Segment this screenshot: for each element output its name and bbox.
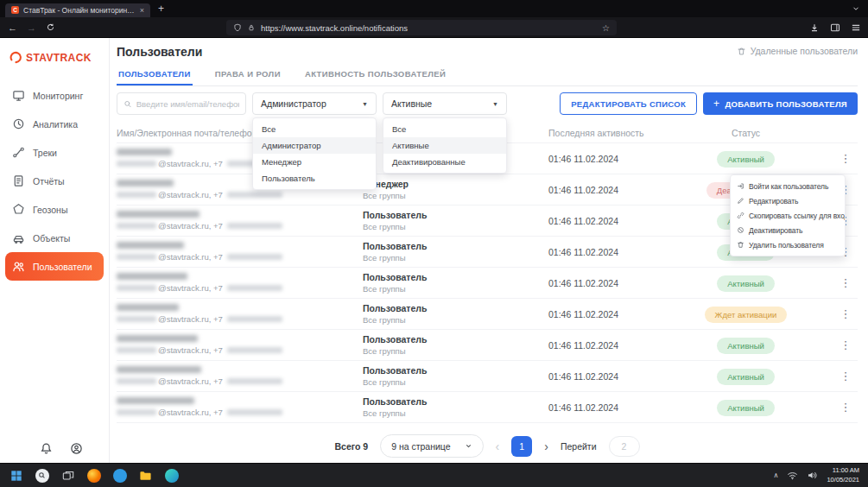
last-activity: 01:46 11.02.2024	[531, 278, 658, 288]
redacted-email-user	[117, 409, 156, 415]
page-title: Пользователи	[117, 45, 202, 59]
tab-close-icon[interactable]: ×	[140, 6, 144, 15]
sidebar-item-reports[interactable]: Отчёты	[0, 167, 109, 195]
tab-list-chevron-icon[interactable]	[852, 4, 860, 13]
tray-chevron-icon[interactable]: ∧	[774, 471, 779, 479]
sidebar-item-geozones[interactable]: Геозоны	[0, 195, 109, 224]
menu-item-edit[interactable]: Редактировать	[731, 193, 845, 208]
tab-rights-roles[interactable]: ПРАВА И РОЛИ	[213, 62, 282, 85]
menu-hamburger-icon[interactable]	[851, 22, 861, 33]
status-badge: Активный	[717, 151, 775, 168]
search-input[interactable]	[136, 99, 239, 109]
status-select[interactable]: Активные ▼ Все Активные Деактивированные	[383, 92, 507, 115]
per-page-select[interactable]: 9 на странице	[380, 434, 483, 458]
chevron-down-icon: ▼	[492, 101, 498, 107]
redacted-phone	[227, 192, 282, 198]
status-option-all[interactable]: Все	[383, 121, 506, 137]
url-bar[interactable]: https://www.stavtrack.online/notificatio…	[226, 20, 617, 35]
current-page-button[interactable]: 1	[511, 436, 532, 457]
redacted-name	[117, 273, 187, 280]
chevron-down-icon: ▼	[362, 101, 368, 107]
next-page-button[interactable]: ›	[544, 440, 548, 453]
reload-button[interactable]	[46, 22, 55, 32]
role-option-manager[interactable]: Менеджер	[253, 154, 376, 170]
file-explorer-icon[interactable]	[136, 465, 155, 485]
task-view-button[interactable]	[58, 465, 78, 485]
table-row[interactable]: @stavtrack.ru, +7 ПользовательВсе группы…	[117, 391, 858, 422]
table-row[interactable]: @stavtrack.ru, +7 ПользовательВсе группы…	[117, 298, 858, 329]
url-text: https://www.stavtrack.online/notificatio…	[261, 23, 597, 33]
redacted-name	[117, 149, 172, 155]
forward-button[interactable]: →	[27, 22, 36, 33]
tab-users[interactable]: ПОЛЬЗОВАТЕЛИ	[117, 62, 193, 85]
volume-icon[interactable]	[807, 470, 818, 481]
status-option-deactivated[interactable]: Деактивированные	[383, 154, 506, 170]
last-activity: 01:46 11.02.2024	[531, 247, 658, 257]
status-badge: Ждет активации	[705, 307, 788, 323]
role-option-user[interactable]: Пользователь	[253, 170, 376, 187]
sidebar-item-tracks[interactable]: Треки	[0, 138, 109, 167]
brand-logo[interactable]: STAVTRACK	[0, 38, 109, 71]
menu-item-login-as-user[interactable]: Войти как пользователь	[731, 179, 845, 193]
taskbar-clock[interactable]: 11:00 AM 10/05/2021	[827, 466, 862, 484]
menu-item-deactivate[interactable]: Деактивировать	[731, 223, 845, 237]
profile-icon[interactable]	[70, 442, 83, 455]
status-badge: Активный	[717, 369, 775, 385]
pagination-bar: Всего 9 9 на странице ‹ 1 › Перейти	[117, 422, 858, 463]
status-dropdown-panel: Все Активные Деактивированные	[383, 117, 507, 174]
search-box[interactable]	[117, 92, 246, 115]
taskbar-search-button[interactable]	[32, 465, 52, 485]
wifi-icon[interactable]	[787, 470, 798, 481]
role-select[interactable]: Администратор ▼ Все Администратор Менедж…	[252, 92, 377, 115]
sidebar-panel-icon[interactable]	[830, 22, 840, 33]
table-row[interactable]: @stavtrack.ru, +7 ПользовательВсе группы…	[117, 267, 858, 298]
bookmark-star-icon[interactable]: ☆	[602, 23, 610, 33]
start-button[interactable]	[6, 465, 26, 485]
downloads-icon[interactable]	[809, 22, 820, 33]
redacted-phone	[227, 347, 282, 353]
row-menu-kebab[interactable]: ⋮	[833, 276, 858, 289]
row-menu-kebab[interactable]: ⋮	[833, 307, 858, 320]
pencil-icon	[737, 197, 744, 205]
sidebar-item-monitoring[interactable]: Мониторинг	[0, 81, 109, 110]
add-user-button[interactable]: + ДОБАВИТЬ ПОЛЬЗОВАТЕЛЯ	[703, 92, 858, 115]
role-option-all[interactable]: Все	[253, 121, 376, 137]
report-document-icon	[12, 174, 25, 187]
sidebar-item-analytics[interactable]: Аналитика	[0, 110, 109, 138]
redacted-email-user	[117, 316, 156, 322]
notifications-bell-icon[interactable]	[40, 442, 53, 455]
email-domain: @stavtrack.ru, +7	[158, 159, 223, 168]
edit-list-button[interactable]: РЕДАКТИРОВАТЬ СПИСОК	[560, 92, 697, 115]
table-row[interactable]: @stavtrack.ru, +7 ПользовательВсе группы…	[117, 360, 858, 391]
row-menu-kebab[interactable]: ⋮	[833, 401, 858, 414]
search-icon	[124, 99, 132, 109]
deleted-users-link[interactable]: Удаленные пользователи	[737, 46, 858, 56]
new-tab-button[interactable]: +	[158, 3, 164, 15]
last-activity: 01:46 11.02.2024	[531, 309, 658, 319]
menu-item-copy-login-link[interactable]: Скопировать ссылку для входа	[731, 208, 845, 223]
monitor-icon	[12, 89, 25, 102]
menu-item-delete-user[interactable]: Удалить пользователя	[731, 237, 845, 252]
sidebar-item-users[interactable]: Пользователи	[5, 252, 104, 281]
edge-icon[interactable]	[162, 465, 181, 485]
prev-page-button[interactable]: ‹	[496, 440, 500, 453]
trash-icon	[737, 47, 746, 56]
messenger-icon[interactable]	[110, 465, 130, 485]
row-menu-kebab[interactable]: ⋮	[833, 152, 858, 165]
browser-tab[interactable]: С СтавТрак - Онлайн мониторин… ×	[5, 3, 150, 17]
redacted-phone	[227, 378, 282, 384]
last-activity: 01:46 11.02.2024	[531, 185, 658, 195]
row-menu-kebab[interactable]: ⋮	[833, 370, 858, 383]
sidebar-bottom-icons	[40, 442, 83, 455]
tab-user-activity[interactable]: АКТИВНОСТЬ ПОЛЬЗОВАТЕЛЕЙ	[303, 62, 447, 85]
table-row[interactable]: @stavtrack.ru, +7 ПользовательВсе группы…	[117, 329, 858, 360]
back-button[interactable]: ←	[8, 22, 17, 33]
role-option-admin[interactable]: Администратор	[253, 137, 376, 154]
goto-page-input[interactable]	[609, 436, 640, 457]
row-menu-kebab[interactable]: ⋮	[833, 338, 858, 351]
sidebar-item-objects[interactable]: Объекты	[0, 224, 109, 252]
status-option-active[interactable]: Активные	[383, 137, 506, 154]
status-badge: Активный	[717, 275, 775, 292]
analytics-clock-icon	[12, 117, 25, 130]
firefox-icon[interactable]	[84, 465, 104, 485]
